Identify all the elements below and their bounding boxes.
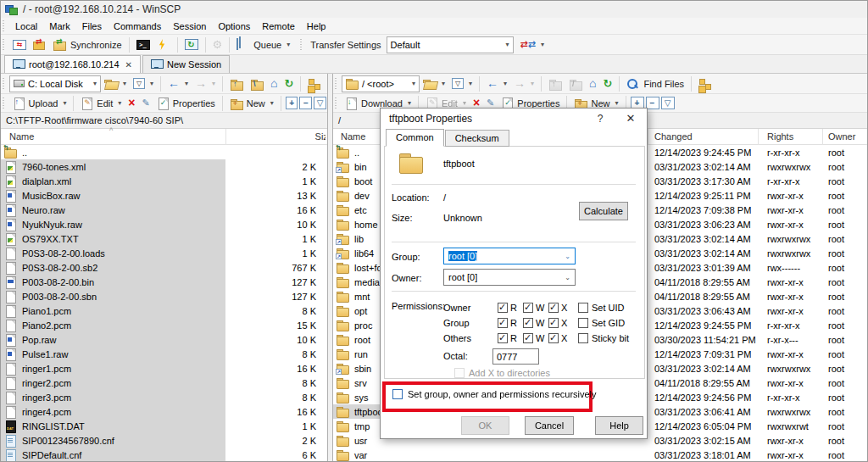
recursive-checkbox[interactable] [392, 389, 403, 399]
back-button[interactable]: ←▾ [164, 75, 192, 93]
menu-item-commands[interactable]: Commands [108, 19, 167, 34]
perm-owner-w-checkbox[interactable] [523, 303, 533, 313]
new-button[interactable]: +New▾ [226, 94, 277, 113]
tree-view-button[interactable] [695, 75, 715, 93]
forward-button[interactable]: →▾ [510, 75, 537, 93]
perm-others-r-checkbox[interactable] [498, 333, 508, 343]
file-row[interactable]: OS79XX.TXT1 K [1, 231, 327, 246]
unselect-files-button[interactable]: − [299, 97, 312, 109]
file-row[interactable]: P003-08-2-00.bin127 K [1, 275, 327, 289]
session-tab-active[interactable]: root@192.168.10.214✕ [4, 55, 141, 73]
local-path-bar[interactable]: C:\TFTP-Root\firmware cisco\7940-60 SIP\ [1, 113, 327, 129]
owner-select[interactable]: root [0]⌄ [443, 269, 576, 286]
parent-directory-button[interactable]: ↑ [226, 75, 247, 93]
file-row[interactable]: Pop.raw10 K [1, 332, 327, 347]
column-header-name[interactable]: Name [341, 131, 365, 142]
menu-item-files[interactable]: Files [76, 19, 108, 34]
tab-checksum[interactable]: Checksum [445, 130, 509, 147]
select-files-button[interactable]: + [286, 97, 298, 109]
parent-directory-button[interactable]: ↑ [545, 75, 565, 93]
synchronize-browsing-button[interactable] [30, 36, 50, 54]
rename-button[interactable]: ✎ [139, 94, 153, 113]
file-row[interactable]: 7960-tones.xml2 K [1, 159, 327, 174]
file-row[interactable]: SIPDefault.cnf6 K [1, 448, 327, 462]
menu-item-session[interactable]: Session [167, 19, 212, 34]
file-row[interactable]: NyukNyuk.raw10 K [1, 217, 327, 231]
transfer-options-button[interactable]: ⇄⇄▾ [517, 36, 548, 54]
session-tab-new[interactable]: New Session [142, 55, 230, 73]
root-directory-button[interactable]: \ [247, 75, 267, 93]
file-row[interactable]: P0S3-08-2-00.loads1 K [1, 246, 327, 260]
perm-others-x-checkbox[interactable] [548, 333, 559, 343]
open-directory-button[interactable]: ▾ [101, 75, 130, 93]
file-row[interactable]: P003-08-2-00.sbn127 K [1, 289, 327, 303]
cancel-button[interactable]: Cancel [525, 416, 574, 435]
menu-item-local[interactable]: Local [9, 19, 43, 34]
back-button[interactable]: ←▾ [483, 75, 510, 93]
file-row[interactable]: P0S3-08-2-00.sb2767 K [1, 260, 327, 275]
perm-owner-x-checkbox[interactable] [548, 303, 559, 313]
upload-button[interactable]: ↑Upload▾ [9, 94, 70, 113]
file-row[interactable]: ringer2.pcm8 K [1, 376, 327, 390]
filter-files-button[interactable]: ▽ [314, 97, 326, 109]
remote-root-select[interactable]: / <root>▾ [342, 75, 420, 92]
menu-item-mark[interactable]: Mark [43, 19, 75, 34]
file-row[interactable]: ringer4.pcm16 K [1, 404, 327, 419]
tab-common[interactable]: Common [386, 129, 444, 147]
preferences-button[interactable]: ⚙ [209, 36, 226, 54]
perm-owner-r-checkbox[interactable] [498, 303, 508, 313]
drive-select[interactable]: C: Local Disk▾ [9, 75, 101, 92]
refresh-button[interactable]: ↻ [600, 75, 616, 93]
close-tab-icon[interactable]: ✕ [125, 60, 132, 70]
menu-item-options[interactable]: Options [212, 19, 256, 34]
add-x-checkbox[interactable] [454, 368, 465, 378]
file-row[interactable]: MusicBox.raw13 K [1, 188, 327, 203]
file-row[interactable]: Neuro.raw16 K [1, 203, 327, 217]
open-directory-button[interactable]: ▾ [420, 75, 448, 93]
filter-button[interactable]: ▽▾ [448, 75, 476, 93]
open-terminal-button[interactable]: >_ [133, 36, 153, 54]
set-uid-checkbox[interactable] [578, 303, 588, 313]
file-row[interactable]: ringer1.pcm16 K [1, 361, 327, 376]
file-row[interactable]: Pulse1.raw8 K [1, 347, 327, 361]
file-row[interactable]: ↰.. [1, 145, 327, 159]
column-header-size[interactable]: Size [225, 131, 326, 142]
queue-button[interactable]: Queue▾ [233, 36, 293, 54]
toggle-panels-button[interactable]: ⇆ [9, 36, 30, 54]
menu-item-help[interactable]: Help [301, 19, 332, 34]
column-header-name[interactable]: Name [9, 131, 34, 142]
perm-others-w-checkbox[interactable] [523, 333, 533, 343]
set-gid-checkbox[interactable] [578, 318, 588, 328]
column-header-changed[interactable]: Changed [654, 131, 693, 142]
group-select[interactable]: root [0]⌄ [443, 248, 576, 264]
refresh-button[interactable]: ↻ [281, 75, 298, 93]
delete-button[interactable]: × [125, 94, 138, 113]
filter-button[interactable]: ▽▾ [130, 75, 157, 93]
root-directory-button[interactable]: / [565, 75, 586, 93]
open-putty-button[interactable] [153, 36, 174, 54]
home-directory-button[interactable]: ⌂ [267, 75, 281, 93]
filter-files-button[interactable]: ▽ [661, 97, 675, 109]
perm-group-r-checkbox[interactable] [498, 318, 508, 328]
file-row[interactable]: dialplan.xml1 K [1, 174, 327, 188]
dialog-help-icon[interactable]: ? [586, 109, 615, 129]
file-row[interactable]: Piano1.pcm8 K [1, 303, 327, 318]
calculate-button[interactable]: Calculate [579, 202, 628, 220]
file-row[interactable]: RINGLIST.DAT1 K [1, 419, 327, 433]
dialog-close-icon[interactable]: ✕ [616, 109, 645, 129]
help-button[interactable]: Help [595, 416, 643, 435]
home-directory-button[interactable]: ⌂ [586, 75, 599, 93]
file-row[interactable]: SIP001234567890.cnf2 K [1, 433, 327, 448]
sticky-bit-checkbox[interactable] [578, 333, 588, 343]
file-row[interactable]: ringer3.pcm8 K [1, 390, 327, 404]
forward-button[interactable]: →▾ [192, 75, 219, 93]
tree-view-button[interactable] [304, 75, 325, 93]
perm-group-x-checkbox[interactable] [548, 318, 559, 328]
menu-item-remote[interactable]: Remote [256, 19, 301, 34]
column-header-owner[interactable]: Owner [828, 131, 855, 142]
file-row[interactable]: Piano2.pcm15 K [1, 318, 327, 332]
edit-button[interactable]: ✎Edit▾ [77, 94, 125, 113]
transfer-preset-select[interactable]: Default▾ [387, 36, 514, 53]
perm-group-w-checkbox[interactable] [523, 318, 533, 328]
synchronize-button[interactable]: Synchronize [50, 36, 125, 54]
